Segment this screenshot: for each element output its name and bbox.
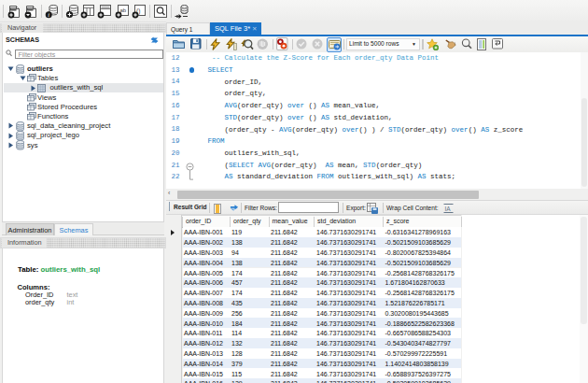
svg-text:ab: ab	[120, 7, 127, 13]
svg-text:IA: IA	[445, 205, 452, 211]
svg-text:i: i	[48, 11, 49, 18]
